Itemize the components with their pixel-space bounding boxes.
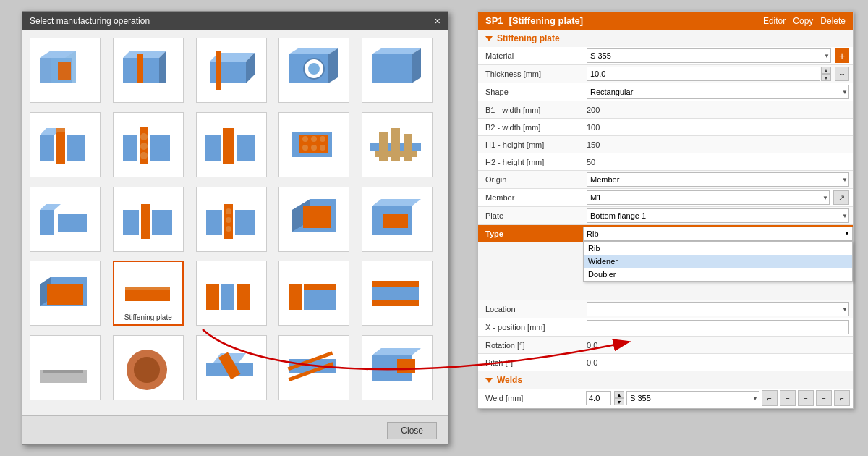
svg-marker-19: [412, 48, 421, 83]
svg-point-36: [302, 136, 308, 142]
grid-item-3[interactable]: [278, 38, 349, 103]
copy-button[interactable]: Copy: [793, 16, 813, 26]
svg-point-29: [140, 143, 148, 150]
grid-item-23[interactable]: [278, 335, 349, 400]
dialog-footer: Close: [22, 415, 448, 444]
type-option-widener[interactable]: Widener: [584, 255, 852, 268]
material-add-button[interactable]: +: [835, 48, 849, 63]
grid-item-6[interactable]: [113, 112, 184, 177]
delete-button[interactable]: Delete: [820, 16, 846, 26]
svg-point-16: [308, 63, 320, 75]
editor-button[interactable]: Editor: [763, 16, 786, 26]
welds-section-header[interactable]: Welds: [478, 371, 853, 389]
grid-item-2[interactable]: [196, 38, 267, 103]
x-position-input[interactable]: [587, 320, 849, 334]
plate-select[interactable]: Bottom flange 1: [587, 208, 849, 223]
grid-item-8[interactable]: [278, 112, 349, 177]
svg-point-39: [302, 145, 308, 151]
thickness-input[interactable]: [587, 67, 820, 81]
grid-item-5[interactable]: [30, 112, 101, 177]
thickness-down-button[interactable]: ▼: [821, 74, 831, 81]
dialog-close-footer-button[interactable]: Close: [387, 422, 437, 439]
grid-item-11[interactable]: [113, 187, 184, 252]
grid-item-16-stiffening-plate[interactable]: Stiffening plate: [113, 261, 184, 326]
grid-item-20[interactable]: [30, 335, 101, 400]
svg-rect-27: [150, 135, 170, 161]
weld-type-2-button[interactable]: ⌐: [780, 390, 796, 406]
x-position-label: X - position [mm]: [478, 321, 583, 334]
location-select[interactable]: [587, 302, 849, 316]
member-select[interactable]: M1: [587, 190, 830, 205]
thickness-ellipsis-button[interactable]: ···: [835, 67, 849, 81]
svg-rect-7: [137, 54, 143, 83]
grid-item-24[interactable]: [362, 335, 433, 400]
thickness-label: Thickness [mm]: [478, 67, 583, 80]
grid-item-19[interactable]: [362, 261, 433, 326]
svg-rect-75: [304, 284, 336, 290]
h1-height-row: H1 - height [mm] 150: [478, 136, 853, 153]
grid-item-15-arrow-source[interactable]: [30, 261, 101, 326]
svg-rect-17: [372, 54, 412, 83]
weld-material-select[interactable]: S 355: [626, 391, 760, 405]
dialog-close-button[interactable]: ×: [435, 15, 441, 27]
type-dropdown-arrow-icon: ▼: [844, 230, 850, 237]
stiffening-plate-section-header[interactable]: Stiffening plate: [478, 30, 853, 47]
svg-rect-69: [125, 287, 170, 290]
svg-rect-21: [56, 128, 65, 164]
svg-rect-61: [303, 206, 331, 228]
grid-item-7[interactable]: [196, 112, 267, 177]
h1-height-label: H1 - height [mm]: [478, 138, 583, 151]
type-dropdown-list: Rib Widener Doubler: [583, 241, 853, 282]
type-label: Type: [478, 227, 583, 240]
svg-marker-90: [372, 348, 421, 355]
weld-value-input[interactable]: [586, 391, 611, 405]
weld-down-button[interactable]: ▼: [614, 398, 624, 405]
grid-item-1[interactable]: [113, 38, 184, 103]
member-pick-button[interactable]: ↗: [833, 190, 849, 205]
svg-rect-31: [205, 135, 221, 161]
shape-select[interactable]: Rectangular: [587, 85, 849, 99]
weld-type-5-button[interactable]: ⌐: [834, 390, 850, 406]
weld-type-4-button[interactable]: ⌐: [816, 390, 832, 406]
grid-item-18[interactable]: [278, 261, 349, 326]
origin-label: Origin: [478, 173, 583, 186]
weld-mm-row: Weld [mm] ▲ ▼ S 355 ▼ ⌐ ⌐ ⌐ ⌐ ⌐: [478, 389, 853, 408]
grid-item-12[interactable]: [196, 187, 267, 252]
grid-item-4[interactable]: [362, 38, 433, 103]
thickness-up-button[interactable]: ▲: [821, 67, 831, 74]
svg-rect-24: [56, 128, 65, 132]
weld-type-1-button[interactable]: ⌐: [762, 390, 778, 406]
type-dropdown-input[interactable]: Rib ▼: [583, 227, 853, 241]
section-title: Stiffening plate: [497, 33, 560, 43]
material-select[interactable]: S 355: [587, 48, 831, 63]
x-position-row: X - position [mm]: [478, 318, 853, 337]
b2-width-label: B2 - width [mm]: [478, 121, 583, 134]
rotation-row: Rotation [°] 0.0: [478, 337, 853, 354]
weld-controls: ▲ ▼ S 355 ▼ ⌐ ⌐ ⌐ ⌐ ⌐: [583, 389, 853, 408]
weld-up-button[interactable]: ▲: [614, 391, 624, 398]
welds-section-collapse-icon: [485, 378, 493, 383]
svg-rect-53: [206, 210, 222, 235]
svg-rect-46: [375, 151, 417, 157]
grid-item-13[interactable]: [278, 187, 349, 252]
panel-type-label: [Stiffening plate]: [509, 15, 584, 26]
type-option-rib[interactable]: Rib: [584, 242, 852, 255]
weld-type-3-button[interactable]: ⌐: [798, 390, 814, 406]
grid-item-21[interactable]: [113, 335, 184, 400]
svg-rect-67: [47, 284, 83, 305]
svg-rect-8: [210, 62, 246, 83]
grid-item-22[interactable]: [196, 335, 267, 400]
grid-item-17[interactable]: [196, 261, 267, 326]
svg-rect-33: [237, 135, 255, 161]
svg-rect-50: [123, 210, 139, 235]
grid-item-9[interactable]: [362, 112, 433, 177]
grid-item-10[interactable]: [30, 187, 101, 252]
h2-height-value: 50: [583, 156, 853, 168]
grid-item-0[interactable]: [30, 38, 101, 103]
svg-rect-48: [58, 214, 87, 232]
grid-item-14[interactable]: [362, 187, 433, 252]
plate-label: Plate: [478, 209, 583, 222]
origin-select[interactable]: Member: [587, 172, 849, 187]
type-option-doubler[interactable]: Doubler: [584, 268, 852, 281]
shape-select-wrapper: Rectangular ▼: [587, 85, 849, 99]
